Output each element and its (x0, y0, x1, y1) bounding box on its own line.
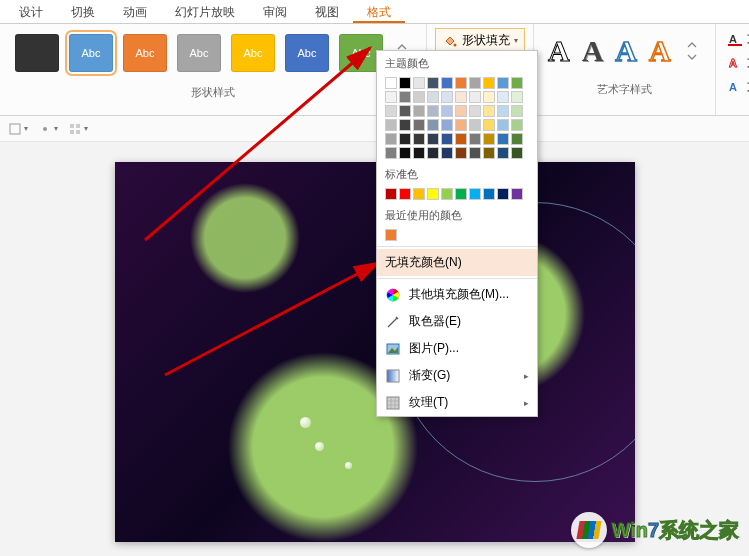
color-swatch[interactable] (441, 105, 453, 117)
color-swatch[interactable] (441, 91, 453, 103)
color-swatch[interactable] (413, 133, 425, 145)
shape-style-swatch-5[interactable]: Abc (285, 34, 329, 72)
text-outline-button[interactable]: A 文本轮廓▾ (724, 52, 749, 73)
color-swatch[interactable] (497, 147, 509, 159)
eyedropper-item[interactable]: 取色器(E) (377, 308, 537, 335)
color-swatch[interactable] (441, 119, 453, 131)
color-swatch[interactable] (455, 188, 467, 200)
picture-fill-item[interactable]: 图片(P)... (377, 335, 537, 362)
color-swatch[interactable] (455, 77, 467, 89)
color-swatch[interactable] (511, 77, 523, 89)
slide[interactable] (115, 162, 635, 542)
color-swatch[interactable] (385, 147, 397, 159)
wordart-style-4[interactable]: A (649, 34, 671, 68)
color-swatch[interactable] (455, 147, 467, 159)
color-swatch[interactable] (469, 105, 481, 117)
color-swatch[interactable] (385, 77, 397, 89)
color-swatch[interactable] (469, 91, 481, 103)
color-swatch[interactable] (413, 188, 425, 200)
color-swatch[interactable] (399, 77, 411, 89)
color-swatch[interactable] (511, 188, 523, 200)
tab-slideshow[interactable]: 幻灯片放映 (161, 0, 249, 23)
tab-design[interactable]: 设计 (5, 0, 57, 23)
color-swatch[interactable] (483, 147, 495, 159)
color-swatch[interactable] (427, 91, 439, 103)
secondary-dd-3[interactable]: ▾ (68, 122, 88, 136)
wordart-style-2[interactable]: A (582, 34, 604, 68)
color-swatch[interactable] (385, 91, 397, 103)
color-swatch[interactable] (441, 133, 453, 145)
secondary-dd-1[interactable]: ▾ (8, 122, 28, 136)
text-effect-button[interactable]: A 文本效果▾ (724, 76, 749, 97)
text-fill-button[interactable]: A 文本填充▾ (724, 28, 749, 49)
color-swatch[interactable] (385, 105, 397, 117)
color-swatch[interactable] (399, 119, 411, 131)
tab-review[interactable]: 审阅 (249, 0, 301, 23)
color-swatch[interactable] (469, 119, 481, 131)
color-swatch[interactable] (427, 105, 439, 117)
shape-style-swatch-2[interactable]: Abc (123, 34, 167, 72)
color-swatch[interactable] (511, 119, 523, 131)
tab-format[interactable]: 格式 (353, 0, 405, 23)
color-swatch[interactable] (511, 147, 523, 159)
color-swatch[interactable] (483, 105, 495, 117)
color-swatch[interactable] (399, 188, 411, 200)
color-swatch[interactable] (511, 105, 523, 117)
color-swatch[interactable] (413, 119, 425, 131)
tab-animation[interactable]: 动画 (109, 0, 161, 23)
color-swatch[interactable] (455, 119, 467, 131)
color-swatch[interactable] (427, 133, 439, 145)
color-swatch[interactable] (441, 188, 453, 200)
color-swatch[interactable] (413, 77, 425, 89)
no-fill-item[interactable]: 无填充颜色(N) (377, 249, 537, 276)
color-swatch[interactable] (441, 147, 453, 159)
color-swatch[interactable] (441, 77, 453, 89)
color-swatch[interactable] (497, 133, 509, 145)
color-swatch[interactable] (497, 119, 509, 131)
color-swatch[interactable] (399, 91, 411, 103)
color-swatch[interactable] (483, 91, 495, 103)
color-swatch[interactable] (399, 147, 411, 159)
color-swatch[interactable] (427, 188, 439, 200)
color-swatch[interactable] (427, 77, 439, 89)
color-swatch[interactable] (455, 133, 467, 145)
color-swatch[interactable] (399, 133, 411, 145)
wordart-style-1[interactable]: A (548, 34, 570, 68)
color-swatch[interactable] (511, 91, 523, 103)
more-colors-item[interactable]: 其他填充颜色(M)... (377, 281, 537, 308)
color-swatch[interactable] (413, 91, 425, 103)
color-swatch[interactable] (497, 188, 509, 200)
color-swatch[interactable] (497, 105, 509, 117)
color-swatch[interactable] (469, 188, 481, 200)
color-swatch[interactable] (413, 147, 425, 159)
color-swatch[interactable] (469, 133, 481, 145)
color-swatch[interactable] (455, 105, 467, 117)
tab-view[interactable]: 视图 (301, 0, 353, 23)
color-swatch[interactable] (483, 119, 495, 131)
color-swatch[interactable] (427, 119, 439, 131)
wordart-style-3[interactable]: A (615, 34, 637, 68)
color-swatch[interactable] (469, 77, 481, 89)
color-swatch[interactable] (427, 147, 439, 159)
shape-style-swatch-3[interactable]: Abc (177, 34, 221, 72)
wordart-more-button[interactable] (683, 34, 701, 68)
secondary-dd-2[interactable]: ▾ (38, 122, 58, 136)
shape-style-swatch-1[interactable]: Abc (69, 34, 113, 72)
color-swatch[interactable] (511, 133, 523, 145)
color-swatch[interactable] (497, 77, 509, 89)
color-swatch[interactable] (483, 188, 495, 200)
gradient-fill-item[interactable]: 渐变(G) ▸ (377, 362, 537, 389)
color-swatch[interactable] (385, 119, 397, 131)
color-swatch[interactable] (483, 133, 495, 145)
color-swatch[interactable] (399, 105, 411, 117)
texture-fill-item[interactable]: 纹理(T) ▸ (377, 389, 537, 416)
color-swatch[interactable] (497, 91, 509, 103)
color-swatch[interactable] (385, 188, 397, 200)
color-swatch[interactable] (413, 105, 425, 117)
shape-style-swatch-4[interactable]: Abc (231, 34, 275, 72)
shape-style-swatch-0[interactable] (15, 34, 59, 72)
color-swatch[interactable] (385, 133, 397, 145)
tab-transition[interactable]: 切换 (57, 0, 109, 23)
color-swatch[interactable] (483, 77, 495, 89)
color-swatch[interactable] (385, 229, 397, 241)
